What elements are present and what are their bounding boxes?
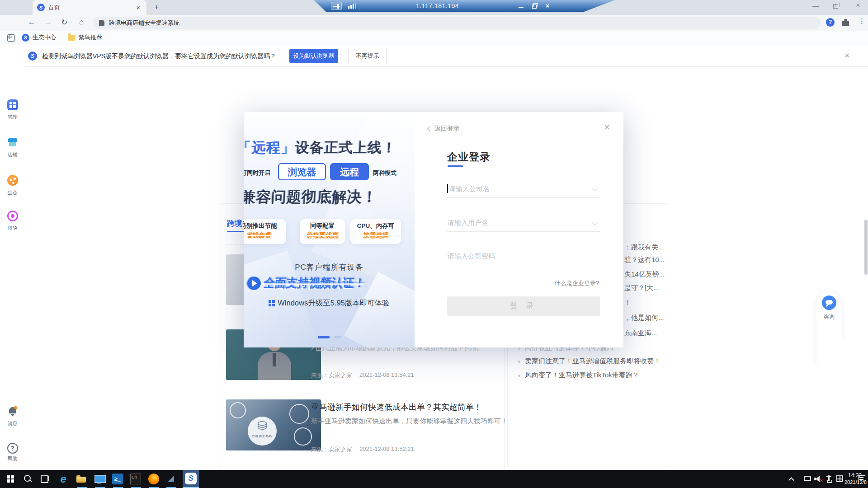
windows-logo-icon: [269, 300, 275, 306]
banner-headline: 「远程」设备正式上线！: [244, 138, 396, 157]
window-close-icon[interactable]: ×: [854, 2, 863, 9]
storefront-icon: [7, 137, 18, 148]
question-icon: ?: [7, 443, 18, 454]
news-item-text: 卖家们注意了！亚马逊增值税服务即将收费！: [525, 357, 660, 365]
tab-close-icon[interactable]: ×: [134, 4, 142, 11]
feedback-button[interactable]: 反馈: [816, 338, 842, 488]
news-list-item[interactable]: 卖家们注意了！亚马逊增值税服务即将收费！: [518, 357, 660, 366]
article-thumbnail[interactable]: ⛁ ONLINE PAY: [226, 399, 321, 450]
page-scrollbar[interactable]: [864, 220, 868, 275]
browser-menu-icon[interactable]: ⋮: [859, 17, 865, 25]
reload-icon[interactable]: ↻: [59, 18, 70, 27]
feedback-form-icon: [816, 338, 868, 488]
sidebar-item-messages[interactable]: 消息: [0, 406, 25, 427]
ime-grid-icon[interactable]: [836, 475, 843, 482]
sidebar-label: 管理: [0, 114, 25, 121]
back-icon[interactable]: ←: [26, 18, 37, 27]
enterprise-login-modal: 「远程」设备正式上线！ 可同时开启 浏览器 远程 两种模式 兼容问题彻底解决！ …: [244, 112, 623, 347]
bullet-icon: [518, 375, 520, 377]
article-title[interactable]: 亚马逊新手如何快速低成本出单？其实超简单！: [311, 402, 482, 413]
bookmark-ecosystem[interactable]: S 生态中心: [22, 33, 56, 42]
sidebar-item-shops[interactable]: 店铺: [0, 137, 25, 158]
promo-banner[interactable]: 「远程」设备正式上线！ 可同时开启 浏览器 远程 两种模式 兼容问题彻底解决！ …: [244, 112, 415, 347]
carousel-dot[interactable]: [334, 336, 341, 338]
text-cursor: [447, 184, 448, 193]
thumb-ring: [289, 404, 309, 424]
consult-button[interactable]: 咨询: [816, 296, 842, 321]
news-list-item-partial[interactable]: ！: [624, 299, 631, 307]
dismiss-button[interactable]: 不再提示: [348, 49, 387, 63]
tray-display-icon[interactable]: [804, 476, 811, 481]
window-restore-icon[interactable]: [832, 2, 841, 9]
app-sidebar: 管理 店铺 生态 RPA 消息 ? 帮助 设置: [0, 45, 25, 470]
signal-bars-icon: [348, 3, 356, 9]
article-summary[interactable]: 新手亚马逊卖家如何快速出单，只要你能够掌握这四大技巧即可！: [311, 415, 514, 427]
firefox-icon[interactable]: [148, 474, 159, 484]
sidebar-label: 店铺: [0, 151, 25, 158]
ziniao-browser-icon[interactable]: S: [185, 473, 197, 484]
help-badge-icon[interactable]: ?: [826, 18, 835, 27]
tray-plug-icon[interactable]: [828, 475, 830, 481]
company-password-field[interactable]: 请输入公司密码: [447, 248, 600, 265]
bookmark-recommend-folder[interactable]: 紫鸟推荐: [68, 33, 102, 42]
extensions-icon[interactable]: [842, 19, 849, 26]
browser-tab-home[interactable]: S 首页 ×: [33, 0, 146, 15]
windows-taskbar: e ≥_ C:\ S × 14:22 2021/12/8: [0, 470, 868, 488]
set-default-button[interactable]: 设为默认浏览器: [289, 49, 338, 63]
carousel-dot-active[interactable]: [318, 336, 330, 338]
sidebar-item-ecosystem[interactable]: 生态: [0, 175, 25, 196]
news-list-item-partial[interactable]: 是守？|大...: [624, 284, 659, 292]
action-center-icon[interactable]: [858, 475, 865, 482]
news-list-item[interactable]: 风向变了！亚马逊竟被TikTok带着跑？: [518, 371, 639, 380]
home-icon[interactable]: ⌂: [76, 18, 87, 27]
news-list-item-partial[interactable]: ：跟我有关...: [624, 243, 664, 252]
modal-close-icon[interactable]: ×: [604, 121, 610, 133]
screen: S 首页 × + 1.117.181.194 × × ← → ↻ ⌂ 跨境电商店…: [0, 0, 868, 488]
new-tab-button[interactable]: +: [151, 2, 162, 13]
forward-icon[interactable]: →: [42, 18, 53, 27]
news-list-item-partial[interactable]: 驻？这有10...: [624, 256, 665, 264]
back-label: 返回登录: [434, 125, 460, 133]
news-list-item-partial[interactable]: 失14亿英镑...: [624, 270, 665, 279]
tray-expand-icon[interactable]: [788, 477, 794, 483]
mode-suffix: 两种模式: [373, 169, 396, 177]
title-accent-bar: [448, 165, 463, 167]
chevron-down-icon[interactable]: [592, 220, 598, 225]
vps-restore-icon[interactable]: [532, 3, 538, 9]
news-list-item-partial[interactable]: 东南亚海...: [624, 329, 657, 338]
address-input[interactable]: 跨境电商店铺安全提速系统: [93, 17, 821, 29]
form-title: 企业登录: [447, 150, 491, 164]
username-field[interactable]: 请输入用户名: [447, 215, 600, 232]
banner-close-icon[interactable]: ×: [844, 51, 849, 61]
vps-close-icon[interactable]: ×: [544, 3, 551, 9]
company-name-field[interactable]: 请输入公司名: [447, 181, 600, 198]
back-to-login-link[interactable]: 返回登录: [428, 125, 460, 133]
pin-icon[interactable]: [331, 2, 342, 10]
feature-badge: CPU、内存可 按需选择: [350, 219, 401, 244]
side-panel-icon[interactable]: [7, 34, 15, 42]
login-button[interactable]: 登 录: [447, 296, 600, 316]
sidebar-item-help[interactable]: ? 帮助: [0, 443, 25, 462]
news-list-item-partial[interactable]: ，他是如何...: [624, 314, 664, 322]
vps-minimize-icon[interactable]: [518, 3, 524, 9]
internet-explorer-icon[interactable]: e: [58, 474, 69, 484]
thumb-ring: [294, 427, 312, 446]
sidebar-item-manage[interactable]: 管理: [0, 99, 25, 121]
command-prompt-icon[interactable]: C:\: [130, 474, 141, 484]
thumb-figure: [273, 353, 276, 366]
default-browser-banner: S 检测到紫鸟浏览器VPS版不是您的默认浏览器，要将它设置成为您的默认浏览器吗？…: [0, 45, 868, 67]
banner-headline-2: 兼容问题彻底解决！: [244, 187, 378, 207]
badge-sub-glitched: 价格更优惠: [299, 231, 345, 239]
tray-speaker-cone[interactable]: [816, 476, 820, 482]
what-is-enterprise-login-link[interactable]: 什么是企业登录?: [555, 279, 599, 287]
bookmark-label: 生态中心: [33, 33, 56, 42]
page-info-icon[interactable]: [99, 20, 104, 26]
tab-favicon-icon: S: [37, 4, 45, 11]
badge-title: CPU、内存可: [350, 222, 401, 230]
powershell-icon[interactable]: ≥_: [112, 474, 123, 484]
chevron-down-icon[interactable]: [592, 186, 598, 192]
sidebar-item-rpa[interactable]: RPA: [0, 211, 25, 230]
window-minimize-icon[interactable]: [811, 2, 821, 9]
badge-sub-glitched: 按需选择: [350, 231, 401, 239]
company-placeholder: 请输入公司名: [449, 185, 490, 193]
